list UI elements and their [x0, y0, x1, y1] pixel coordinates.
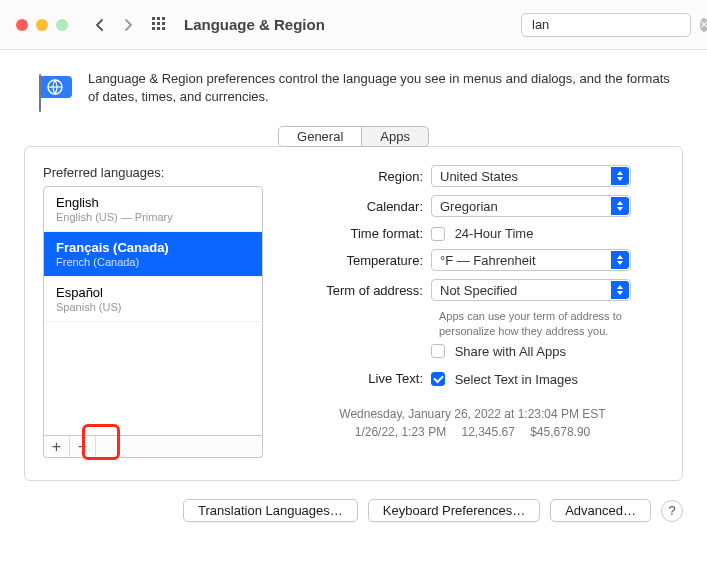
temperature-select[interactable]: °F — Fahrenheit	[431, 249, 631, 271]
add-remove-bar: + −	[43, 436, 263, 458]
region-settings: Region: United States Calendar:	[281, 165, 664, 458]
tab-apps[interactable]: Apps	[361, 127, 428, 146]
tab-bar: General Apps	[24, 126, 683, 147]
close-window-button[interactable]	[16, 19, 28, 31]
titlebar: Language & Region ✕	[0, 0, 707, 50]
description-text: Language & Region preferences control th…	[88, 70, 675, 105]
temperature-label: Temperature:	[281, 253, 431, 268]
minimize-window-button[interactable]	[36, 19, 48, 31]
forward-button[interactable]	[116, 13, 140, 37]
svg-rect-7	[157, 27, 160, 30]
term-of-address-select[interactable]: Not Specified	[431, 279, 631, 301]
window-title: Language & Region	[184, 16, 325, 33]
content: Language & Region preferences control th…	[0, 50, 707, 489]
language-region-icon	[32, 70, 74, 112]
language-item[interactable]: Español Spanish (US)	[44, 277, 262, 322]
search-field-container[interactable]: ✕	[521, 13, 691, 37]
language-subtitle: Spanish (US)	[56, 301, 250, 313]
select-arrows-icon	[611, 167, 629, 185]
svg-rect-11	[39, 74, 41, 112]
language-item[interactable]: English English (US) — Primary	[44, 187, 262, 232]
back-button[interactable]	[88, 13, 112, 37]
tab-general[interactable]: General	[279, 127, 361, 146]
language-item[interactable]: Français (Canada) French (Canada)	[44, 232, 262, 277]
term-of-address-help: Apps can use your term of address to per…	[439, 309, 659, 339]
calendar-label: Calendar:	[281, 199, 431, 214]
calendar-value: Gregorian	[440, 199, 498, 214]
term-of-address-value: Not Specified	[440, 283, 517, 298]
preferred-languages-list[interactable]: English English (US) — Primary Français …	[43, 186, 263, 436]
footer: Translation Languages… Keyboard Preferen…	[0, 489, 707, 540]
calendar-select[interactable]: Gregorian	[431, 195, 631, 217]
region-label: Region:	[281, 169, 431, 184]
live-text-checkbox[interactable]	[431, 372, 445, 386]
svg-rect-2	[162, 17, 165, 20]
preferred-languages-label: Preferred languages:	[43, 165, 263, 180]
window-controls	[16, 19, 68, 31]
language-subtitle: English (US) — Primary	[56, 211, 250, 223]
svg-rect-1	[157, 17, 160, 20]
language-name: Español	[56, 285, 250, 300]
svg-rect-0	[152, 17, 155, 20]
time-format-option: 24-Hour Time	[455, 226, 534, 241]
search-input[interactable]	[532, 17, 700, 32]
live-text-label: Live Text:	[281, 371, 431, 386]
svg-rect-8	[162, 27, 165, 30]
language-name: Français (Canada)	[56, 240, 250, 255]
add-language-button[interactable]: +	[44, 436, 70, 457]
header: Language & Region preferences control th…	[24, 66, 683, 126]
svg-rect-3	[152, 22, 155, 25]
help-button[interactable]: ?	[661, 500, 683, 522]
clear-search-button[interactable]: ✕	[700, 18, 707, 32]
term-of-address-label: Term of address:	[281, 283, 431, 298]
remove-language-button[interactable]: −	[70, 436, 96, 457]
time-format-label: Time format:	[281, 226, 431, 241]
preferred-languages-section: Preferred languages: English English (US…	[43, 165, 263, 458]
settings-panel: Preferred languages: English English (US…	[24, 146, 683, 481]
region-select[interactable]: United States	[431, 165, 631, 187]
translation-languages-button[interactable]: Translation Languages…	[183, 499, 358, 522]
format-samples: Wednesday, January 26, 2022 at 1:23:04 P…	[281, 405, 664, 441]
sample-line-2: 1/26/22, 1:23 PM 12,345.67 $45,678.90	[281, 423, 664, 441]
time-format-checkbox[interactable]	[431, 227, 445, 241]
nav-arrows	[88, 13, 140, 37]
advanced-button[interactable]: Advanced…	[550, 499, 651, 522]
svg-rect-6	[152, 27, 155, 30]
svg-rect-4	[157, 22, 160, 25]
select-arrows-icon	[611, 197, 629, 215]
language-subtitle: French (Canada)	[56, 256, 250, 268]
share-all-apps-label: Share with All Apps	[455, 344, 566, 359]
share-all-apps-checkbox[interactable]	[431, 344, 445, 358]
region-value: United States	[440, 169, 518, 184]
language-name: English	[56, 195, 250, 210]
show-all-prefs-button[interactable]	[148, 13, 172, 37]
window: Language & Region ✕ Language & Region pr…	[0, 0, 707, 563]
select-arrows-icon	[611, 281, 629, 299]
svg-rect-5	[162, 22, 165, 25]
temperature-value: °F — Fahrenheit	[440, 253, 536, 268]
sample-line-1: Wednesday, January 26, 2022 at 1:23:04 P…	[281, 405, 664, 423]
select-arrows-icon	[611, 251, 629, 269]
keyboard-preferences-button[interactable]: Keyboard Preferences…	[368, 499, 540, 522]
zoom-window-button[interactable]	[56, 19, 68, 31]
live-text-option: Select Text in Images	[455, 372, 578, 387]
